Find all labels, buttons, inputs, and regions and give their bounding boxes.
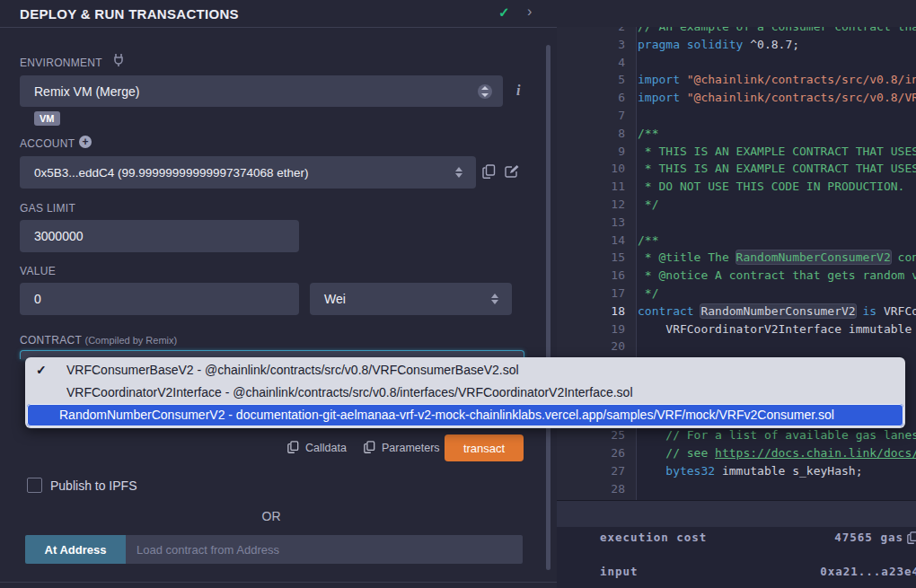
- code-line[interactable]: 12 */: [557, 196, 916, 214]
- environment-select[interactable]: Remix VM (Merge): [20, 75, 503, 107]
- contract-option[interactable]: RandomNumberConsumerV2 - documentation-g…: [27, 404, 903, 426]
- code-line[interactable]: 18contract RandomNumberConsumerV2 is VRF…: [557, 303, 916, 320]
- code-text: */: [638, 196, 658, 214]
- input-label: input: [600, 563, 639, 581]
- edit-account-icon[interactable]: [505, 164, 520, 179]
- contract-option-label: VRFConsumerBaseV2 - @chainlink/contracts…: [66, 363, 519, 377]
- line-number: 2: [557, 27, 625, 36]
- info-icon[interactable]: i: [516, 83, 520, 99]
- code-line[interactable]: 9 * THIS IS AN EXAMPLE CONTRACT THAT USE…: [557, 143, 916, 161]
- vm-badge: VM: [34, 111, 60, 126]
- panel-header: DEPLOY & RUN TRANSACTIONS ✓ ›: [0, 0, 557, 28]
- value-unit: Wei: [324, 292, 346, 306]
- line-number: 19: [557, 320, 625, 338]
- code-text: // see https://docs.chain.link/docs/: [638, 444, 916, 462]
- code-line[interactable]: 11 * DO NOT USE THIS CODE IN PRODUCTION.: [557, 178, 916, 196]
- line-number: 16: [557, 267, 625, 285]
- code-line[interactable]: 16 * @notice A contract that gets random…: [557, 267, 916, 285]
- calldata-label[interactable]: Calldata: [305, 442, 347, 454]
- code-line[interactable]: 6import "@chainlink/contracts/src/v0.8/V…: [557, 89, 916, 107]
- editor-toolbar: Home S VRFv2Consumer.sol ✕: [557, 0, 916, 27]
- collapse-panel-icon[interactable]: ›: [527, 4, 532, 20]
- execution-cost-value: 47565 gas: [834, 529, 903, 547]
- code-text: contract RandomNumberConsumerV2 is VRFCo: [638, 303, 916, 320]
- value-input[interactable]: 0: [20, 283, 299, 315]
- line-number: 25: [557, 426, 625, 444]
- code-line[interactable]: 28: [557, 480, 916, 498]
- code-text: * DO NOT USE THIS CODE IN PRODUCTION.: [638, 178, 904, 196]
- code-line[interactable]: 25 // For a list of available gas lanes: [557, 426, 916, 444]
- gas-limit-input[interactable]: 3000000: [20, 220, 299, 252]
- contract-option[interactable]: ✓VRFConsumerBaseV2 - @chainlink/contract…: [25, 359, 905, 382]
- line-number: 12: [557, 196, 625, 214]
- code-text: // For a list of available gas lanes: [638, 426, 916, 444]
- copy-calldata-icon[interactable]: [287, 441, 299, 453]
- code-text: /**: [638, 232, 658, 250]
- contract-option-label: VRFCoordinatorV2Interface - @chainlink/c…: [66, 385, 633, 399]
- code-line[interactable]: 19 VRFCoordinatorV2Interface immutable: [557, 320, 916, 338]
- copy-value-icon[interactable]: [907, 531, 916, 544]
- environment-label: ENVIRONMENT: [20, 57, 102, 69]
- line-number: 9: [557, 143, 625, 161]
- code-line[interactable]: 15 * @title The RandomNumberConsumerV2 c…: [557, 249, 916, 267]
- terminal-row: input 0xa21...a23e4: [557, 563, 916, 581]
- account-select[interactable]: 0x5B3...eddC4 (99.99999999999997374068 e…: [20, 156, 476, 189]
- publish-ipfs-checkbox[interactable]: [27, 478, 42, 493]
- code-line[interactable]: 3pragma solidity ^0.8.7;: [557, 36, 916, 54]
- code-line[interactable]: 14/**: [557, 232, 916, 250]
- copy-account-icon[interactable]: [482, 164, 496, 179]
- code-text: * @notice A contract that gets random v: [638, 267, 916, 285]
- deploy-run-panel: DEPLOY & RUN TRANSACTIONS ✓ › ENVIRONMEN…: [0, 0, 557, 588]
- check-icon: ✓: [36, 359, 47, 382]
- code-text: * @title The RandomNumberConsumerV2 con: [638, 249, 916, 267]
- input-value: 0xa21...a23e4: [820, 563, 916, 581]
- contract-option[interactable]: VRFCoordinatorV2Interface - @chainlink/c…: [25, 382, 905, 404]
- panel-scrollbar[interactable]: [546, 45, 550, 570]
- code-line[interactable]: 26 // see https://docs.chain.link/docs/: [557, 444, 916, 462]
- select-updown-icon: [478, 84, 492, 99]
- code-line[interactable]: 20: [557, 338, 916, 355]
- code-text: import "@chainlink/contracts/src/v0.8/VR: [638, 89, 916, 107]
- code-line[interactable]: 4: [557, 54, 916, 72]
- code-text: */: [638, 285, 658, 303]
- code-line[interactable]: 10 * THIS IS AN EXAMPLE CONTRACT THAT US…: [557, 160, 916, 178]
- code-editor[interactable]: 2// An example of a consumer contract th…: [557, 27, 916, 500]
- terminal-toolbar: 0 listen on all transactions: [557, 500, 916, 527]
- value-amount: 0: [34, 292, 41, 306]
- panel-bottom-divider: [0, 582, 557, 583]
- line-number: 8: [557, 125, 625, 143]
- code-text: /**: [638, 125, 658, 143]
- code-line[interactable]: 17 */: [557, 285, 916, 303]
- transact-button[interactable]: transact: [445, 434, 524, 461]
- copy-parameters-icon[interactable]: [364, 441, 375, 453]
- panel-title: DEPLOY & RUN TRANSACTIONS: [20, 6, 239, 22]
- publish-ipfs-label: Publish to IPFS: [50, 478, 137, 493]
- value-label: VALUE: [20, 265, 56, 277]
- parameters-label[interactable]: Parameters: [382, 442, 440, 454]
- code-text: VRFCoordinatorV2Interface immutable: [638, 320, 916, 338]
- contract-option-label: RandomNumberConsumerV2 - documentation-g…: [59, 408, 834, 422]
- line-number: 17: [557, 285, 625, 303]
- line-number: 18: [557, 303, 625, 320]
- add-account-icon[interactable]: +: [79, 136, 92, 148]
- code-line[interactable]: 7: [557, 107, 916, 125]
- account-value: 0x5B3...eddC4 (99.99999999999997374068 e…: [34, 166, 309, 180]
- execution-cost-label: execution cost: [600, 529, 707, 547]
- code-line[interactable]: 8/**: [557, 125, 916, 143]
- at-address-input[interactable]: [126, 535, 523, 564]
- code-text: bytes32 immutable s_keyHash;: [638, 462, 862, 480]
- code-line[interactable]: 27 bytes32 immutable s_keyHash;: [557, 462, 916, 480]
- contract-sublabel: (Compiled by Remix): [85, 335, 178, 346]
- value-unit-select[interactable]: Wei: [310, 283, 512, 315]
- code-line[interactable]: 5import "@chainlink/contracts/src/v0.8/i…: [557, 71, 916, 89]
- select-caret-icon: [490, 293, 499, 305]
- at-address-button[interactable]: At Address: [25, 535, 126, 564]
- gas-limit-label: GAS LIMIT: [20, 202, 75, 215]
- line-number: 27: [557, 462, 625, 480]
- contract-dropdown-list: ✓VRFConsumerBaseV2 - @chainlink/contract…: [25, 357, 905, 428]
- code-line[interactable]: 13: [557, 214, 916, 232]
- line-number: 7: [557, 107, 625, 125]
- environment-value: Remix VM (Merge): [34, 84, 139, 99]
- line-number: 4: [557, 54, 625, 72]
- code-line[interactable]: 2// An example of a consumer contract th…: [557, 27, 916, 36]
